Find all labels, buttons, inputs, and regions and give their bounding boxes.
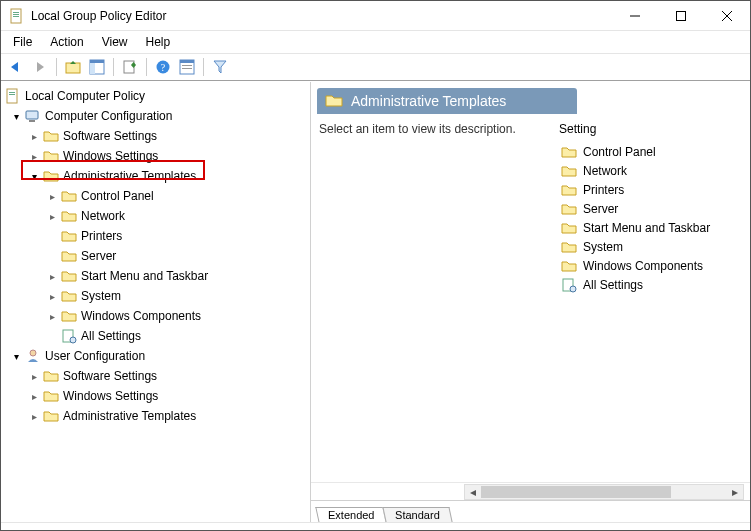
folder-icon: [561, 259, 577, 273]
tree-pane[interactable]: Local Computer Policy ▾ Computer Configu…: [1, 82, 311, 522]
list-item-all-settings[interactable]: All Settings: [559, 275, 742, 294]
tree-label: User Configuration: [43, 349, 147, 363]
toolbar: ?: [1, 53, 750, 81]
chevron-right-icon[interactable]: ▸: [27, 391, 41, 402]
tree-label: Software Settings: [61, 129, 159, 143]
tree-label: Control Panel: [79, 189, 156, 203]
maximize-button[interactable]: [658, 1, 704, 30]
tree-all-settings[interactable]: All Settings: [5, 326, 310, 346]
chevron-right-icon[interactable]: ▸: [27, 131, 41, 142]
svg-rect-16: [180, 60, 194, 63]
tree-label: System: [79, 289, 123, 303]
folder-open-icon: [325, 93, 343, 109]
tree-start-menu[interactable]: ▸Start Menu and Taskbar: [5, 266, 310, 286]
scroll-right-icon[interactable]: ▸: [727, 485, 743, 499]
detail-body: Select an item to view its description. …: [311, 114, 750, 482]
properties-button[interactable]: [176, 56, 198, 78]
chevron-right-icon[interactable]: ▸: [45, 191, 59, 202]
list-label: All Settings: [583, 278, 643, 292]
list-label: Printers: [583, 183, 624, 197]
back-button[interactable]: [5, 56, 27, 78]
tree-label: Network: [79, 209, 127, 223]
tree-user-config[interactable]: ▾ User Configuration: [5, 346, 310, 366]
list-item-control-panel[interactable]: Control Panel: [559, 142, 742, 161]
folder-icon: [61, 249, 77, 263]
svg-rect-19: [7, 89, 17, 103]
title-bar: Local Group Policy Editor: [1, 1, 750, 31]
export-button[interactable]: [119, 56, 141, 78]
folder-icon: [43, 389, 59, 403]
list-label: Windows Components: [583, 259, 703, 273]
minimize-button[interactable]: [612, 1, 658, 30]
menu-help[interactable]: Help: [138, 33, 179, 51]
tree-windows-components[interactable]: ▸Windows Components: [5, 306, 310, 326]
chevron-right-icon[interactable]: ▸: [27, 151, 41, 162]
list-item-server[interactable]: Server: [559, 199, 742, 218]
list-item-windows-components[interactable]: Windows Components: [559, 256, 742, 275]
toolbar-separator: [56, 58, 57, 76]
show-hide-tree-button[interactable]: [86, 56, 108, 78]
tree-label: Administrative Templates: [61, 409, 198, 423]
menu-file[interactable]: File: [5, 33, 40, 51]
svg-rect-22: [26, 111, 38, 119]
svg-rect-18: [182, 68, 192, 69]
list-item-system[interactable]: System: [559, 237, 742, 256]
setting-column-header[interactable]: Setting: [559, 122, 742, 136]
tab-standard[interactable]: Standard: [383, 507, 453, 522]
tree-label: Software Settings: [61, 369, 159, 383]
tree-cc-windows[interactable]: ▸ Windows Settings: [5, 146, 310, 166]
svg-rect-11: [90, 60, 104, 63]
chevron-right-icon[interactable]: ▸: [45, 211, 59, 222]
filter-button[interactable]: [209, 56, 231, 78]
chevron-right-icon[interactable]: ▸: [45, 291, 59, 302]
user-icon: [25, 348, 41, 364]
chevron-down-icon[interactable]: ▾: [27, 171, 41, 182]
list-item-network[interactable]: Network: [559, 161, 742, 180]
chevron-right-icon[interactable]: ▸: [45, 271, 59, 282]
folder-icon: [61, 229, 77, 243]
svg-rect-12: [124, 61, 134, 73]
chevron-right-icon[interactable]: ▸: [45, 311, 59, 322]
chevron-down-icon[interactable]: ▾: [9, 351, 23, 362]
tree-label: Windows Components: [79, 309, 203, 323]
tree-printers[interactable]: Printers: [5, 226, 310, 246]
tree-label: All Settings: [79, 329, 143, 343]
chevron-down-icon[interactable]: ▾: [9, 111, 23, 122]
help-button[interactable]: ?: [152, 56, 174, 78]
tree-label: Server: [79, 249, 118, 263]
scroll-thumb[interactable]: [481, 486, 671, 498]
tree-uc-windows[interactable]: ▸Windows Settings: [5, 386, 310, 406]
tree-cc-admin[interactable]: ▾ Administrative Templates: [5, 166, 310, 186]
list-item-start-menu[interactable]: Start Menu and Taskbar: [559, 218, 742, 237]
folder-icon: [43, 129, 59, 143]
detail-pane: Administrative Templates Select an item …: [311, 82, 750, 522]
tree-control-panel[interactable]: ▸Control Panel: [5, 186, 310, 206]
close-button[interactable]: [704, 1, 750, 30]
chevron-right-icon[interactable]: ▸: [27, 371, 41, 382]
list-item-printers[interactable]: Printers: [559, 180, 742, 199]
tree-computer-config[interactable]: ▾ Computer Configuration: [5, 106, 310, 126]
list-label: Network: [583, 164, 627, 178]
tree-uc-admin[interactable]: ▸Administrative Templates: [5, 406, 310, 426]
detail-header-text: Administrative Templates: [351, 93, 506, 109]
forward-button[interactable]: [29, 56, 51, 78]
folder-icon: [561, 202, 577, 216]
tree-root[interactable]: Local Computer Policy: [5, 86, 310, 106]
folder-icon: [561, 183, 577, 197]
folder-icon: [43, 409, 59, 423]
menu-view[interactable]: View: [94, 33, 136, 51]
tab-extended[interactable]: Extended: [315, 507, 387, 522]
tree-cc-software[interactable]: ▸ Software Settings: [5, 126, 310, 146]
menu-action[interactable]: Action: [42, 33, 91, 51]
tree-server[interactable]: Server: [5, 246, 310, 266]
content-area: Local Computer Policy ▾ Computer Configu…: [1, 81, 750, 522]
tree-network[interactable]: ▸Network: [5, 206, 310, 226]
chevron-right-icon[interactable]: ▸: [27, 411, 41, 422]
horizontal-scrollbar[interactable]: ◂ ▸: [311, 482, 750, 500]
tree-system[interactable]: ▸System: [5, 286, 310, 306]
up-button[interactable]: [62, 56, 84, 78]
scroll-left-icon[interactable]: ◂: [465, 485, 481, 499]
app-window: Local Group Policy Editor File Action Vi…: [0, 0, 751, 531]
tree-label: Windows Settings: [61, 389, 160, 403]
tree-uc-software[interactable]: ▸Software Settings: [5, 366, 310, 386]
